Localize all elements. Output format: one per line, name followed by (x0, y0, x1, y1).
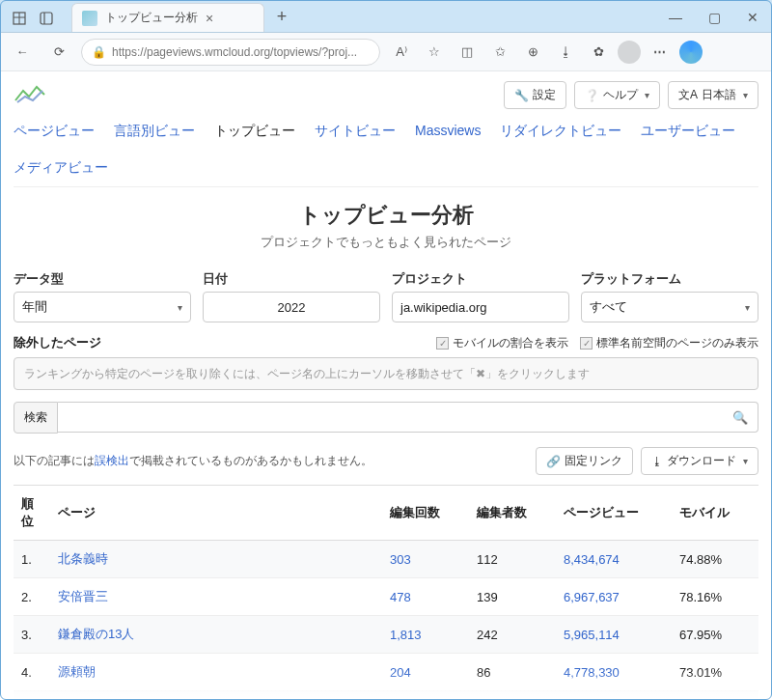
nav-topviews[interactable]: トップビュー (214, 123, 295, 140)
download-icon: ⭳ (651, 455, 663, 468)
cell-mobile: 78.16% (672, 578, 758, 616)
table-row: 1.北条義時3031128,434,67474.88% (14, 541, 758, 578)
nav-redirectviews[interactable]: リダイレクトビュー (500, 123, 621, 140)
th-pageviews[interactable]: ページビュー (556, 486, 672, 541)
checkbox-icon: ✓ (436, 337, 449, 350)
cell-page[interactable]: 安倍晋三 (50, 578, 382, 616)
tab-close-icon[interactable]: × (206, 11, 213, 26)
th-page[interactable]: ページ (50, 486, 382, 541)
site-logo[interactable] (14, 81, 52, 108)
search-icon: 🔍 (732, 410, 748, 425)
link-icon: 🔗 (546, 455, 561, 468)
favicon-icon (82, 11, 97, 26)
exclude-label: 除外したページ (14, 334, 101, 351)
collections-icon[interactable]: ⊕ (519, 38, 546, 67)
cell-edits[interactable]: 338 (382, 691, 469, 701)
cell-pageviews[interactable]: 8,434,674 (556, 541, 672, 578)
cell-pageviews[interactable]: 4,778,330 (556, 654, 672, 691)
favorite-icon[interactable]: ☆ (421, 38, 448, 67)
cell-page[interactable]: 北条義時 (50, 541, 382, 578)
window-close-button[interactable]: ✕ (733, 3, 772, 32)
copilot-icon[interactable] (679, 41, 703, 64)
cell-page[interactable]: 源頼朝 (50, 654, 382, 691)
nav-mediaviews[interactable]: メディアビュー (14, 159, 108, 177)
download-button[interactable]: ⭳ダウンロード (641, 447, 758, 475)
table-row: 3.鎌倉殿の13人1,8132425,965,11467.95% (14, 616, 758, 654)
profile-avatar[interactable] (618, 41, 641, 64)
th-edits[interactable]: 編集回数 (382, 486, 469, 541)
page-title: トップビュー分析 (14, 201, 758, 230)
false-positive-link[interactable]: 誤検出 (95, 454, 129, 467)
extensions-icon[interactable]: ✿ (585, 38, 612, 67)
results-table: 順位 ページ 編集回数 編集者数 ページビュー モバイル 1.北条義時30311… (14, 485, 758, 700)
nav-massviews[interactable]: Massviews (415, 123, 481, 140)
wrench-icon: 🔧 (514, 89, 529, 102)
cell-edits[interactable]: 303 (382, 541, 469, 578)
exclude-pages-input[interactable]: ランキングから特定のページを取り除くには、ページ名の上にカーソルを移動させて「✖… (14, 357, 758, 390)
cell-rank: 2. (14, 578, 50, 616)
permalink-button[interactable]: 🔗固定リンク (536, 447, 633, 475)
translate-icon: 文A (678, 87, 698, 103)
url-input[interactable]: 🔒 https://pageviews.wmcloud.org/topviews… (81, 39, 380, 66)
cell-edits[interactable]: 1,813 (382, 616, 469, 654)
cell-page[interactable]: 鎌倉殿の13人 (50, 616, 382, 654)
window-minimize-button[interactable]: — (656, 3, 695, 32)
cell-editors: 242 (469, 616, 556, 654)
page-subtitle: プロジェクトでもっともよく見られたページ (14, 234, 758, 251)
date-input[interactable]: 2022 (203, 292, 380, 322)
data-type-label: データ型 (14, 270, 191, 288)
show-mobile-checkbox[interactable]: ✓モバイルの割合を表示 (436, 335, 568, 351)
cell-edits[interactable]: 204 (382, 654, 469, 691)
false-positive-notice: 以下の記事には誤検出で掲載されているものがあるかもしれません。 (14, 453, 372, 469)
refresh-button[interactable]: ⟳ (44, 38, 73, 67)
cell-editors: 112 (469, 541, 556, 578)
cell-pageviews[interactable]: 4,422,913 (556, 691, 672, 701)
checkbox-icon: ✓ (580, 337, 593, 350)
url-text: https://pageviews.wmcloud.org/topviews/?… (112, 45, 357, 59)
split-screen-icon[interactable]: ◫ (454, 38, 481, 67)
lock-icon: 🔒 (92, 45, 106, 59)
read-aloud-icon[interactable]: A⁾ (388, 38, 415, 67)
settings-button[interactable]: 🔧設定 (504, 81, 566, 109)
downloads-icon[interactable]: ⭳ (552, 38, 579, 67)
platform-select[interactable]: すべて (581, 292, 758, 322)
language-button[interactable]: 文A日本語 (668, 81, 758, 109)
data-type-select[interactable]: 年間 (14, 292, 191, 322)
window-maximize-button[interactable]: ▢ (695, 3, 733, 32)
table-row: ✖SPY×FAMILY3381034,422,91376.6% (14, 691, 758, 701)
th-editors[interactable]: 編集者数 (469, 486, 556, 541)
cell-mobile: 76.6% (672, 691, 758, 701)
nav-tabs: ページビュー 言語別ビュー トップビュー サイトビュー Massviews リダ… (14, 109, 758, 187)
cell-pageviews[interactable]: 5,965,114 (556, 616, 672, 654)
cell-edits[interactable]: 478 (382, 578, 469, 616)
project-input[interactable]: ja.wikipedia.org (392, 292, 569, 322)
workspace-icon[interactable] (12, 11, 27, 26)
search-label-button[interactable]: 検索 (14, 402, 58, 434)
nav-pageviews[interactable]: ページビュー (14, 123, 95, 140)
help-button[interactable]: ❔ヘルプ (574, 81, 660, 109)
project-label: プロジェクト (392, 270, 569, 288)
th-rank[interactable]: 順位 (14, 486, 50, 541)
nav-siteviews[interactable]: サイトビュー (315, 123, 396, 140)
cell-mobile: 73.01% (672, 654, 758, 691)
platform-label: プラットフォーム (581, 270, 758, 288)
new-tab-button[interactable]: + (268, 3, 295, 30)
menu-button[interactable]: ⋯ (647, 38, 674, 67)
mainspace-only-checkbox[interactable]: ✓標準名前空間のページのみ表示 (580, 335, 758, 351)
favorites-bar-icon[interactable]: ✩ (486, 38, 513, 67)
nav-langviews[interactable]: 言語別ビュー (114, 123, 195, 140)
nav-userviews[interactable]: ユーザービュー (641, 123, 735, 140)
cell-pageviews[interactable]: 6,967,637 (556, 578, 672, 616)
browser-tab[interactable]: トップビュー分析 × (71, 3, 264, 32)
tab-title: トップビュー分析 (105, 10, 198, 26)
search-input[interactable]: 🔍 (58, 402, 758, 433)
back-button[interactable]: ← (8, 38, 37, 67)
th-mobile[interactable]: モバイル (672, 486, 758, 541)
cell-mobile: 74.88% (672, 541, 758, 578)
cell-editors: 86 (469, 654, 556, 691)
sidebar-icon[interactable] (39, 11, 54, 26)
browser-titlebar: トップビュー分析 × + — ▢ ✕ (0, 0, 772, 33)
table-row: 4.源頼朝204864,778,33073.01% (14, 654, 758, 691)
cell-rank: 4. (14, 654, 50, 691)
cell-page[interactable]: SPY×FAMILY (50, 691, 382, 701)
